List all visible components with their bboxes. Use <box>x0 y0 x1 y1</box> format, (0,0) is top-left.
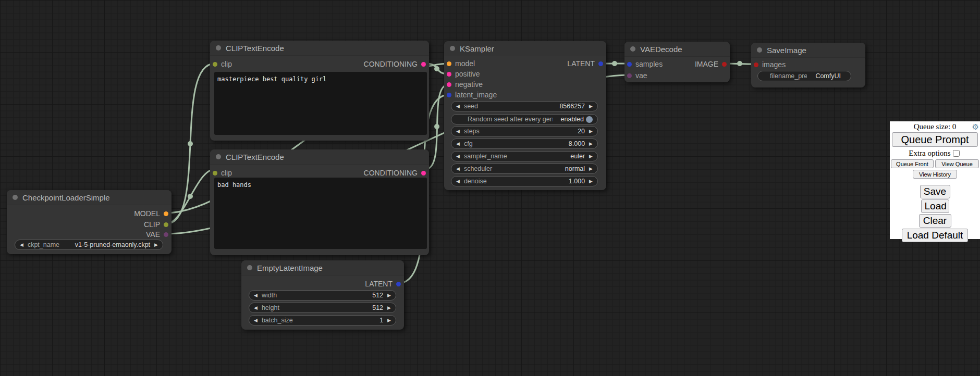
input-label: images <box>762 60 786 69</box>
collapse-dot-icon[interactable] <box>13 195 18 200</box>
output-port-image[interactable] <box>722 62 727 67</box>
decrement-arrow-icon[interactable]: ◀ <box>254 318 258 323</box>
collapse-dot-icon[interactable] <box>216 45 221 51</box>
output-port-model[interactable] <box>164 211 168 216</box>
extra-options-label: Extra options <box>890 148 980 158</box>
link-midpoint <box>737 61 742 66</box>
node-titlebar[interactable]: CLIPTextEncode <box>210 149 429 165</box>
save-button[interactable]: Save <box>920 185 950 198</box>
output-port-vae[interactable] <box>164 232 168 237</box>
collapse-dot-icon[interactable] <box>630 46 635 52</box>
queue-prompt-button[interactable]: Queue Prompt <box>892 132 978 147</box>
increment-arrow-icon[interactable]: ▶ <box>589 129 593 134</box>
increment-arrow-icon[interactable]: ▶ <box>387 318 391 323</box>
link-midpoint <box>434 124 439 129</box>
sampler-name-widget[interactable]: ◀ sampler_name euler ▶ <box>451 151 598 161</box>
node-clip-text-encode-positive[interactable]: CLIPTextEncode clip CONDITIONING masterp… <box>210 41 429 141</box>
increment-arrow-icon[interactable]: ▶ <box>589 142 593 146</box>
output-port-conditioning[interactable] <box>421 62 426 67</box>
increment-arrow-icon[interactable]: ▶ <box>589 167 593 171</box>
load-button[interactable]: Load <box>921 199 949 213</box>
link-midpoint <box>434 66 439 71</box>
collapse-dot-icon[interactable] <box>216 154 221 159</box>
increment-arrow-icon[interactable]: ▶ <box>154 243 158 247</box>
view-history-button[interactable]: View History <box>913 170 957 179</box>
input-label: positive <box>455 70 480 78</box>
toggle-on-icon[interactable] <box>586 116 593 123</box>
collapse-dot-icon[interactable] <box>757 47 762 53</box>
view-queue-button[interactable]: View Queue <box>935 159 979 168</box>
steps-widget[interactable]: ◀ steps 20 ▶ <box>451 126 598 136</box>
node-title: CLIPTextEncode <box>226 153 284 161</box>
input-port-clip[interactable] <box>213 171 217 176</box>
input-port-clip[interactable] <box>213 62 217 67</box>
input-port-positive[interactable] <box>447 72 451 77</box>
increment-arrow-icon[interactable]: ▶ <box>589 179 593 184</box>
increment-arrow-icon[interactable]: ▶ <box>387 306 391 310</box>
filename-prefix-widget[interactable]: filename_prefix ComfyUI <box>757 71 851 81</box>
node-titlebar[interactable]: KSampler <box>444 41 606 56</box>
node-clip-text-encode-negative[interactable]: CLIPTextEncode clip CONDITIONING bad han… <box>210 149 429 255</box>
output-port-latent[interactable] <box>598 61 603 66</box>
extra-options-checkbox[interactable] <box>953 150 960 157</box>
settings-gear-icon[interactable]: ⚙ <box>972 122 979 132</box>
batch-size-widget[interactable]: ◀ batch_size 1 ▶ <box>249 315 396 325</box>
node-titlebar[interactable]: SaveImage <box>751 43 865 58</box>
input-label: negative <box>455 80 483 89</box>
output-port-conditioning[interactable] <box>421 171 426 176</box>
node-save-image[interactable]: SaveImage images filename_prefix ComfyUI <box>751 43 865 87</box>
scheduler-widget[interactable]: ◀ scheduler normal ▶ <box>451 164 598 174</box>
random-seed-toggle[interactable]: Random seed after every gen enabled <box>451 114 598 124</box>
increment-arrow-icon[interactable]: ▶ <box>387 293 391 298</box>
node-vae-decode[interactable]: VAEDecode samples vae IMAGE <box>624 42 730 82</box>
decrement-arrow-icon[interactable]: ◀ <box>456 129 460 134</box>
decrement-arrow-icon[interactable]: ◀ <box>254 306 258 310</box>
seed-widget[interactable]: ◀ seed 8566257 ▶ <box>451 101 598 111</box>
decrement-arrow-icon[interactable]: ◀ <box>456 179 460 184</box>
clear-button[interactable]: Clear <box>919 214 951 228</box>
node-ksampler[interactable]: KSampler model positive negative latent_… <box>444 41 606 190</box>
decrement-arrow-icon[interactable]: ◀ <box>456 167 460 171</box>
output-port-clip[interactable] <box>164 222 168 227</box>
prompt-text-input[interactable]: masterpiece best quality girl <box>214 72 427 135</box>
width-widget[interactable]: ◀ width 512 ▶ <box>249 290 396 300</box>
increment-arrow-icon[interactable]: ▶ <box>589 154 593 159</box>
increment-arrow-icon[interactable]: ▶ <box>589 104 593 109</box>
node-title: CLIPTextEncode <box>226 44 284 53</box>
output-label: CONDITIONING <box>364 60 418 68</box>
node-titlebar[interactable]: VAEDecode <box>624 42 730 57</box>
denoise-widget[interactable]: ◀ denoise 1.000 ▶ <box>451 176 598 186</box>
widget-label: ckpt_name <box>28 241 67 248</box>
input-port-model[interactable] <box>447 61 451 66</box>
node-titlebar[interactable]: EmptyLatentImage <box>241 260 404 275</box>
output-label: CLIP <box>144 220 160 229</box>
decrement-arrow-icon[interactable]: ◀ <box>20 243 23 247</box>
node-checkpoint-loader[interactable]: CheckpointLoaderSimple MODEL CLIP VAE ◀ … <box>7 190 172 254</box>
input-port-negative[interactable] <box>447 82 451 87</box>
node-titlebar[interactable]: CheckpointLoaderSimple <box>7 190 172 205</box>
decrement-arrow-icon[interactable]: ◀ <box>254 293 258 298</box>
decrement-arrow-icon[interactable]: ◀ <box>456 104 460 109</box>
node-titlebar[interactable]: CLIPTextEncode <box>210 41 429 56</box>
comfyui-canvas[interactable]: { "colors": { "model": "#FFA32E", "clip"… <box>0 0 980 376</box>
input-port-images[interactable] <box>754 62 758 67</box>
height-widget[interactable]: ◀ height 512 ▶ <box>249 303 396 313</box>
input-port-vae[interactable] <box>627 73 632 78</box>
input-port-latent-image[interactable] <box>447 93 451 97</box>
collapse-dot-icon[interactable] <box>450 46 455 51</box>
output-label: LATENT <box>567 59 595 68</box>
collapse-dot-icon[interactable] <box>247 265 252 270</box>
prompt-text-input[interactable]: bad hands <box>214 178 427 249</box>
input-label: samples <box>635 60 663 68</box>
load-default-button[interactable]: Load Default <box>902 229 968 242</box>
queue-front-button[interactable]: Queue Front <box>891 159 934 168</box>
decrement-arrow-icon[interactable]: ◀ <box>456 142 460 146</box>
input-port-samples[interactable] <box>627 62 632 67</box>
output-label: LATENT <box>365 280 393 288</box>
decrement-arrow-icon[interactable]: ◀ <box>456 154 460 159</box>
cfg-widget[interactable]: ◀ cfg 8.000 ▶ <box>451 139 598 149</box>
ckpt-name-widget[interactable]: ◀ ckpt_name v1-5-pruned-emaonly.ckpt ▶ <box>15 240 163 250</box>
output-port-latent[interactable] <box>396 282 401 286</box>
node-empty-latent-image[interactable]: EmptyLatentImage LATENT ◀ width 512 ▶ ◀ … <box>241 260 404 330</box>
input-label: model <box>455 59 475 68</box>
